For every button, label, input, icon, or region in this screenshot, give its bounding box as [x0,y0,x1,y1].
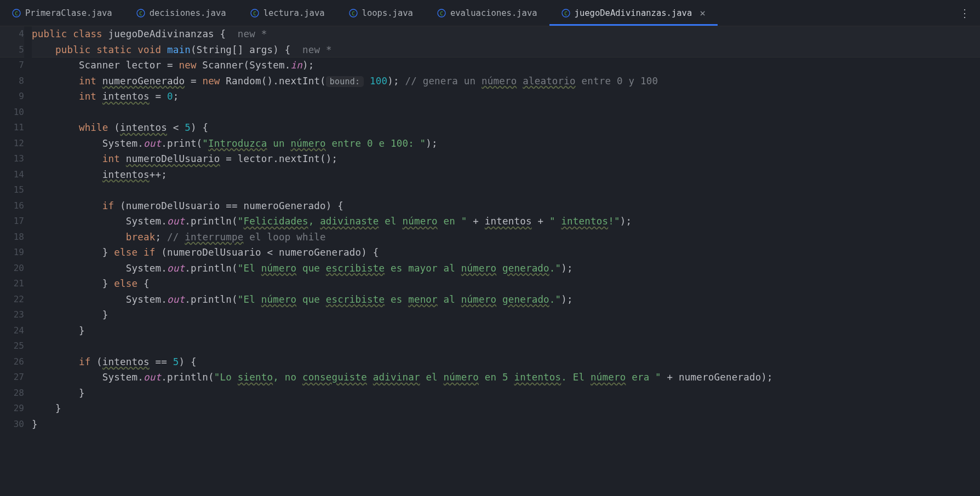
line-number: 30 [0,417,24,432]
java-class-icon: C [349,9,358,18]
svg-text:C: C [253,10,256,16]
code-line: public static void main(String[] args) {… [32,42,980,58]
line-number: 25 [0,338,24,354]
line-number: 29 [0,401,24,417]
tab-evaluaciones[interactable]: C evaluaciones.java [425,0,549,26]
line-number: 7 [0,57,24,73]
line-number: 22 [0,292,24,308]
code-line: while (intentos < 5) { [32,120,980,136]
tab-primeraclase[interactable]: C PrimeraClase.java [0,0,124,26]
code-line: } else { [32,276,980,292]
line-number: 14 [0,167,24,183]
code-line: } else if (numeroDelUsuario < numeroGene… [32,245,980,261]
svg-text:C: C [15,10,18,16]
line-number: 11 [0,120,24,136]
java-class-icon: C [12,9,21,18]
code-line [32,105,980,120]
java-class-icon: C [437,9,446,18]
line-number: 28 [0,385,24,401]
code-line: if (numeroDelUsuario == numeroGenerado) … [32,198,980,214]
java-class-icon: C [136,9,145,18]
code-area[interactable]: public class juegoDeAdivinanzas { new * … [32,26,980,496]
code-line: } [32,323,980,339]
code-line: intentos++; [32,167,980,183]
line-number: 16 [0,198,24,214]
code-line: if (intentos == 5) { [32,354,980,370]
code-line: System.out.println("Felicidades, adivina… [32,214,980,229]
code-line: System.out.println("Lo siento, no conseg… [32,370,980,385]
java-class-icon: C [250,9,259,18]
code-line: } [32,401,980,417]
line-number: 5 [0,42,24,58]
line-number: 24 [0,323,24,339]
code-line: } [32,417,980,432]
code-line: public class juegoDeAdivinanzas { new * [32,26,980,42]
tab-decisiones[interactable]: C decisiones.java [124,0,238,26]
tab-juegodeadivinanzas[interactable]: C juegoDeAdivinanzas.java × [549,0,718,26]
line-number: 17 [0,214,24,229]
close-icon[interactable]: × [700,7,706,19]
tab-label: lectura.java [263,8,325,18]
line-number: 19 [0,245,24,261]
code-line: int numeroDelUsuario = lector.nextInt(); [32,151,980,167]
code-line [32,338,980,354]
code-line: } [32,385,980,401]
tab-label: evaluaciones.java [450,8,537,18]
code-line: break; // interrumpe el loop while [32,229,980,245]
line-number: 13 [0,151,24,167]
tab-label: juegoDeAdivinanzas.java [575,8,692,18]
line-number: 8 [0,73,24,89]
line-gutter: 4 5 7 8 9 10 11 12 13 14 15 16 17 18 19 … [0,26,32,496]
svg-text:C: C [139,10,142,16]
inlay-hint: bound: [326,76,364,87]
svg-text:C: C [440,10,443,16]
code-line: Scanner lector = new Scanner(System.in); [32,57,980,73]
line-number: 23 [0,307,24,323]
code-line: System.out.println("El número que escrib… [32,261,980,276]
line-number: 9 [0,89,24,105]
line-number: 21 [0,276,24,292]
line-number: 18 [0,229,24,245]
tab-lectura[interactable]: C lectura.java [238,0,337,26]
line-number: 27 [0,370,24,385]
svg-text:C: C [352,10,354,16]
line-number: 12 [0,136,24,152]
code-editor[interactable]: 4 5 7 8 9 10 11 12 13 14 15 16 17 18 19 … [0,26,980,496]
tab-label: PrimeraClase.java [25,8,112,18]
line-number: 26 [0,354,24,370]
code-line: System.out.print("Introduzca un número e… [32,136,980,152]
code-line [32,182,980,198]
tab-loops[interactable]: C loops.java [337,0,425,26]
svg-text:C: C [564,10,567,16]
tab-options-icon[interactable]: ⋮ [959,0,970,26]
editor-tabstrip: C PrimeraClase.java C decisiones.java C … [0,0,980,26]
line-number: 20 [0,261,24,276]
code-line: System.out.println("El número que escrib… [32,292,980,308]
code-line: } [32,307,980,323]
line-number: 10 [0,105,24,120]
tab-label: loops.java [362,8,413,18]
line-number: 4 [0,26,24,42]
code-line: int numeroGenerado = new Random().nextIn… [32,73,980,89]
tab-label: decisiones.java [150,8,226,18]
code-line: int intentos = 0; [32,89,980,105]
java-class-icon: C [561,9,570,18]
line-number: 15 [0,182,24,198]
